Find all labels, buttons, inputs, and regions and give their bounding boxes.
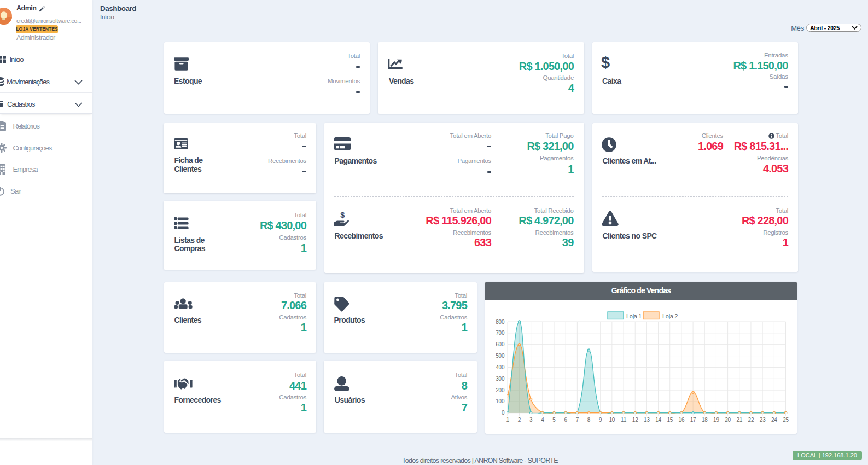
svg-text:21: 21 — [736, 417, 742, 423]
svg-text:16: 16 — [679, 417, 685, 423]
svg-text:20: 20 — [725, 417, 731, 423]
svg-text:2: 2 — [518, 417, 521, 423]
svg-text:300: 300 — [496, 376, 505, 382]
svg-text:8: 8 — [587, 417, 591, 423]
svg-text:600: 600 — [496, 341, 505, 347]
svg-text:400: 400 — [496, 364, 505, 370]
svg-text:$: $ — [340, 211, 345, 219]
svg-text:4: 4 — [541, 417, 544, 423]
svg-text:24: 24 — [771, 417, 777, 423]
svg-text:18: 18 — [702, 417, 708, 423]
svg-text:10: 10 — [609, 417, 615, 423]
svg-text:200: 200 — [496, 387, 505, 393]
svg-text:9: 9 — [599, 417, 602, 423]
svg-text:0: 0 — [502, 410, 505, 416]
svg-text:13: 13 — [644, 417, 650, 423]
svg-text:5: 5 — [552, 417, 556, 423]
svg-text:800: 800 — [496, 319, 505, 325]
svg-text:6: 6 — [564, 417, 567, 423]
svg-text:100: 100 — [496, 398, 505, 404]
svg-text:Loja 1: Loja 1 — [626, 313, 642, 319]
svg-text:15: 15 — [667, 417, 673, 423]
svg-text:17: 17 — [690, 417, 696, 423]
svg-text:500: 500 — [496, 353, 505, 359]
svg-text:3: 3 — [529, 417, 533, 423]
svg-text:23: 23 — [760, 417, 766, 423]
svg-text:22: 22 — [748, 417, 754, 423]
svg-text:25: 25 — [783, 417, 789, 423]
svg-text:14: 14 — [655, 417, 661, 423]
svg-text:700: 700 — [496, 330, 505, 336]
svg-text:Loja 2: Loja 2 — [662, 313, 678, 319]
svg-text:11: 11 — [621, 417, 627, 423]
svg-text:1: 1 — [506, 417, 510, 423]
svg-text:19: 19 — [713, 417, 719, 423]
svg-text:7: 7 — [576, 417, 579, 423]
svg-text:12: 12 — [632, 417, 638, 423]
